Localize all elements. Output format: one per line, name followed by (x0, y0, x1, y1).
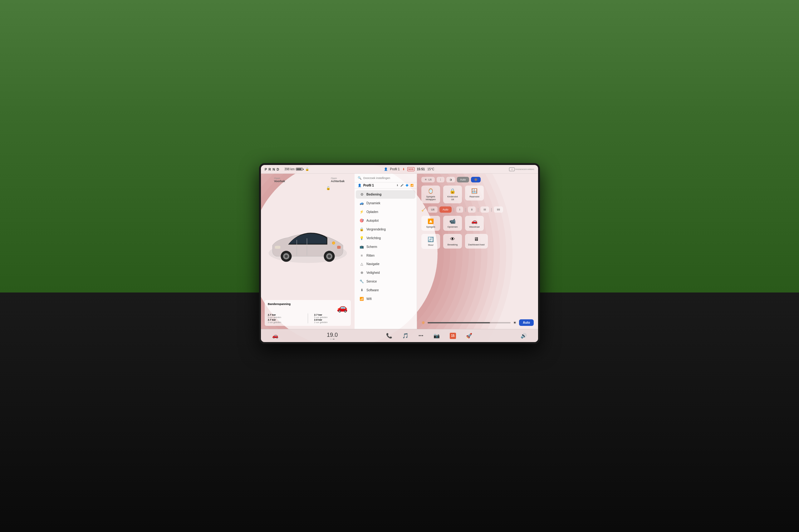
menu-label-10: Service (366, 280, 377, 283)
menu-item-wifi[interactable]: 📶 Wifi (356, 295, 415, 303)
voorbak-label: Open Voorbak (274, 177, 285, 183)
carwash-card[interactable]: 🚗 Wasstraat (465, 216, 484, 231)
lights-low-button[interactable]: ◑ (446, 177, 455, 183)
wiper-speed-1-button[interactable]: I (456, 206, 464, 213)
clock-display: 15:51 (417, 168, 425, 171)
wiper-uit-button[interactable]: Uit (428, 206, 438, 213)
lock-icon: 🔒 (305, 168, 309, 171)
wiper-sep-1: | (454, 207, 454, 212)
menu-item-vergrendeling[interactable]: 🔒 Vergrendeling (356, 225, 415, 233)
window-lock-card[interactable]: 🪟 Raamslot (465, 186, 484, 201)
menu-icon-9: ⊕ (360, 271, 364, 275)
wiper-speed-2-button[interactable]: II (468, 206, 476, 213)
menu-item-service[interactable]: 🔧 Service (356, 277, 415, 286)
wiper-row: 🧹 Uit Auto | I | II | III | IIII (421, 206, 534, 213)
menu-item-software[interactable]: ⬇ Software (356, 286, 415, 294)
wiper-sep-3: | (477, 207, 478, 212)
profile-icon: 👤 (384, 168, 388, 171)
menu-item-verlichting[interactable]: 💡 Verlichting (356, 234, 415, 242)
menu-label-6: Scherm (366, 245, 377, 249)
menu-item-ritten[interactable]: ≡ Ritten (356, 251, 415, 260)
menu-list: ⊙ Bediening 🚙 Dynamiek ⚡ Opladen 🎯 Autop… (355, 189, 417, 329)
menu-label-1: Dynamiek (366, 202, 380, 205)
record-card[interactable]: 📹 Opnemen (443, 216, 462, 231)
menu-icon-8: △ (360, 262, 364, 266)
brightness-high-icon: ☀ (513, 321, 516, 325)
taskbar-camera[interactable]: 📷 (429, 331, 445, 340)
menu-label-5: Verlichting (366, 236, 381, 240)
menu-icon-11: ⬇ (360, 288, 364, 292)
temperature-display: 15°C (427, 168, 434, 171)
brightness-low-icon: 🔅 (421, 321, 425, 324)
camera-icon: 📷 (434, 333, 440, 339)
lights-auto-button[interactable]: Auto (457, 177, 469, 183)
temperature-display-taskbar: 19.0 (327, 332, 338, 338)
taskbar-rocket[interactable]: 🚀 (461, 331, 477, 340)
achterbak-label: Open Achterbak (331, 177, 345, 183)
tire-left: 2.7 bar 5 uur geleden 2.7 bar 2 uur gele… (268, 314, 302, 323)
search-bar[interactable]: 🔍 (355, 174, 417, 183)
menu-label-4: Vergrendeling (366, 228, 386, 231)
menu-item-autopilot[interactable]: 🎯 Autopilot (356, 216, 415, 225)
brightness-auto-button[interactable]: Auto (519, 319, 534, 326)
taskbar-temperature[interactable]: 19.0 (322, 330, 343, 341)
parking-lights-icon: ⫶ (440, 178, 441, 181)
carwash-icon: 🚗 (471, 218, 477, 224)
download-icon: ⬇ (402, 168, 405, 171)
menu-label-7: Ritten (366, 254, 375, 257)
search-input[interactable] (363, 176, 414, 179)
menu-label-9: Veiligheid (366, 271, 380, 274)
download-icon-menu: ⬇ (396, 184, 399, 187)
taskbar: 🚗 19.0 📞 🎵 ••• 📷 (261, 329, 538, 342)
more-icon: ••• (419, 334, 423, 338)
profile-name-status: Profil 1 (390, 168, 400, 171)
menu-item-bediening[interactable]: ⊙ Bediening (356, 190, 415, 198)
dashboard-card[interactable]: 🖥 Dashboard kast (465, 234, 488, 249)
taskbar-calendar[interactable]: 15 (445, 331, 461, 340)
wiper-speed-4-button[interactable]: IIII (494, 206, 503, 213)
taskbar-volume[interactable]: 🔊 (515, 331, 532, 340)
menu-item-veiligheid[interactable]: ⊕ Veiligheid (356, 268, 415, 277)
brightness-fill (428, 322, 490, 323)
svg-point-3 (285, 255, 288, 258)
dot-3 (333, 339, 334, 340)
dashboard-frame: P R N D 398 km 🔒 👤 Profil 1 ⬇ SOS 15:51 … (259, 163, 540, 344)
brightness-bar[interactable] (428, 322, 511, 323)
mirror-fold-icon: 🪞 (428, 188, 434, 194)
wiper-auto-button[interactable]: Auto (439, 206, 452, 213)
taskbar-more[interactable]: ••• (414, 332, 429, 339)
menu-item-dynamiek[interactable]: 🚙 Dynamiek (356, 199, 415, 207)
menu-item-scherm[interactable]: 📺 Scherm (356, 243, 415, 251)
taskbar-car[interactable]: 🚗 (267, 331, 284, 340)
lowbeam-icon: ◑ (450, 178, 452, 181)
mirrors-row: 🪞 Spiegelsinklappen 🔒 KinderslotUit 🪟 Ra… (421, 186, 534, 203)
childlock-card[interactable]: 🔒 KinderslotUit (443, 186, 462, 203)
guard-card[interactable]: 👁 Bewaking (443, 234, 462, 249)
window-lock-icon: 🪟 (471, 188, 477, 194)
taskbar-media[interactable]: 🎵 (397, 331, 414, 340)
wiper-speed-3-button[interactable]: III (480, 206, 489, 213)
menu-item-opladen[interactable]: ⚡ Opladen (356, 208, 415, 216)
phone-icon: 📞 (386, 333, 392, 339)
mirrors-fold-card[interactable]: 🪞 Spiegelsinklappen (421, 186, 440, 203)
lights-uit-button[interactable]: ☀ Uit (421, 177, 435, 183)
menu-label-2: Opladen (366, 210, 378, 214)
screen: P R N D 398 km 🔒 👤 Profil 1 ⬇ SOS 15:51 … (261, 165, 538, 342)
prnd-display: P R N D (265, 168, 279, 171)
extra-controls-row: 🔼 Spiegels 📹 Opnemen 🚗 Wasstraat (421, 216, 534, 231)
main-content: Open Voorbak 🔓 Open Achterbak (261, 174, 538, 329)
sun-icon: ☀ (424, 178, 427, 181)
mirrors-card[interactable]: 🔼 Spiegels (421, 216, 440, 231)
menu-item-navigatie[interactable]: △ Navigatie (356, 260, 415, 268)
lights-parking-button[interactable]: ⫶ (437, 177, 444, 183)
menu-icon-7: ≡ (360, 253, 364, 257)
range-display: 398 km (284, 168, 303, 171)
taskbar-phone[interactable]: 📞 (381, 331, 397, 340)
dashboard-icon: 🖥 (474, 236, 479, 242)
wiper-icon: 🧹 (421, 207, 426, 212)
menu-icon-4: 🔒 (360, 227, 364, 231)
lights-highbeam-button[interactable]: 🔆 (471, 177, 480, 183)
childlock-icon: 🔒 (450, 188, 456, 194)
battery-icon (296, 168, 303, 171)
steer-card[interactable]: 🔄 Stuur (421, 234, 440, 249)
